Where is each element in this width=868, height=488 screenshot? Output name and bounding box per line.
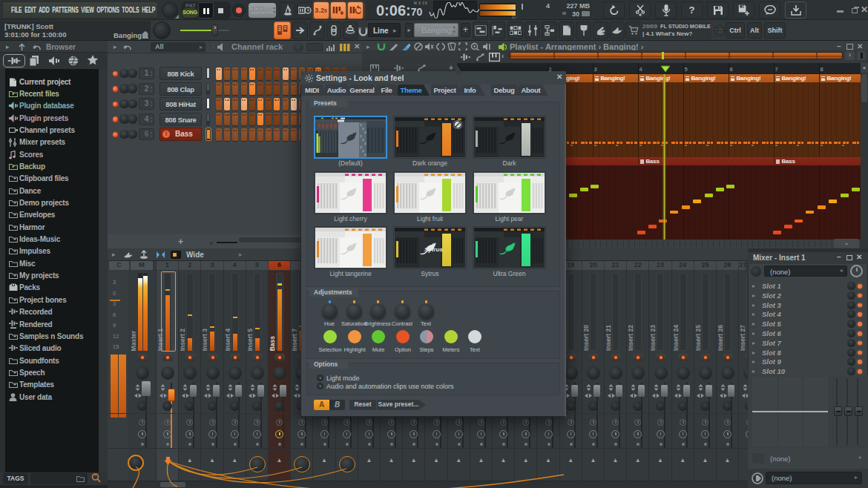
svg-text:Sytrus: Sytrus xyxy=(424,246,443,253)
